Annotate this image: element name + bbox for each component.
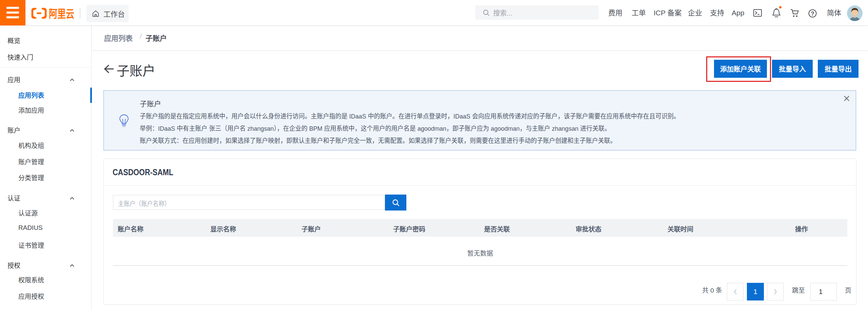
svg-text:?: ? (811, 11, 814, 17)
